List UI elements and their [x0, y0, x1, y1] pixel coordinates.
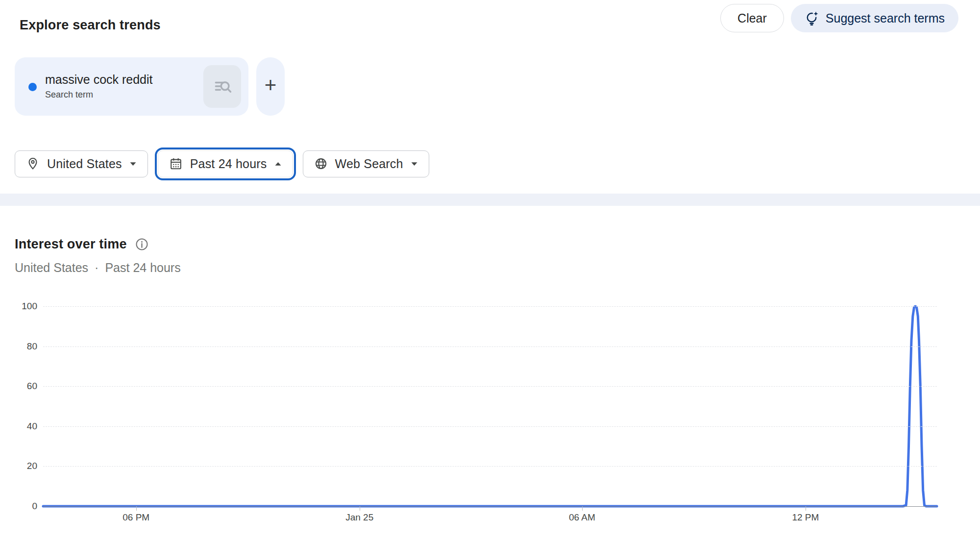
trends-explore-page: Explore search trends Clear Suggest sear… [0, 0, 980, 543]
chart-subtitle: United States · Past 24 hours [15, 261, 181, 275]
subtitle-location: United States [15, 261, 88, 275]
gridline-60 [43, 386, 937, 387]
chevron-down-icon [411, 162, 418, 166]
clear-button[interactable]: Clear [720, 4, 784, 32]
filter-search-type-button[interactable]: Web Search [303, 150, 429, 177]
x-axis-label: Jan 25 [345, 512, 373, 523]
filters-row: United States Past 24 hours [15, 147, 429, 180]
interest-over-time-chart: 020406080100 06 PMJan 2506 AM12 PM [15, 301, 937, 531]
subtitle-separator: · [95, 261, 98, 275]
page-title: Explore search trends [20, 18, 161, 33]
series-color-dot [28, 83, 37, 91]
y-axis-label-100: 100 [15, 301, 37, 312]
calendar-icon [169, 157, 183, 171]
y-axis-label-40: 40 [15, 421, 37, 432]
gridline-80 [43, 346, 937, 347]
plus-icon: + [265, 75, 277, 96]
top-actions: Clear Suggest search terms [720, 4, 958, 32]
filter-geo-button[interactable]: United States [15, 150, 148, 177]
filter-time-label: Past 24 hours [190, 157, 267, 171]
trend-line [43, 306, 937, 506]
add-term-button[interactable]: + [256, 57, 285, 116]
location-pin-icon [26, 157, 40, 171]
info-icon[interactable] [135, 237, 149, 251]
y-axis-label-80: 80 [15, 341, 37, 352]
globe-icon [314, 157, 328, 171]
term-texts: massive cock reddit Search term [45, 73, 153, 100]
chevron-up-icon [274, 162, 282, 166]
suggest-search-terms-button[interactable]: Suggest search terms [791, 4, 958, 32]
plot-area[interactable]: 06 PMJan 2506 AM12 PM [43, 306, 937, 506]
filter-search-type-label: Web Search [335, 157, 403, 171]
interest-over-time-title: Interest over time [15, 237, 127, 252]
chevron-down-icon [129, 162, 137, 166]
search-list-icon-button[interactable] [203, 65, 241, 108]
term-label: massive cock reddit [45, 73, 153, 87]
search-list-icon [212, 76, 233, 97]
x-axis-label: 12 PM [792, 512, 819, 523]
y-axis-label-20: 20 [15, 461, 37, 471]
y-axis-label-0: 0 [15, 501, 37, 512]
filter-time-active-ring: Past 24 hours [155, 148, 296, 180]
gridline-20 [43, 466, 937, 467]
section-divider-band [0, 194, 980, 206]
search-term-chip[interactable]: massive cock reddit Search term [15, 57, 248, 116]
suggest-button-label: Suggest search terms [826, 11, 945, 25]
subtitle-time-range: Past 24 hours [105, 261, 180, 275]
x-tick-mark [582, 506, 583, 511]
y-axis: 020406080100 [15, 306, 37, 506]
x-axis-label: 06 PM [122, 512, 149, 523]
y-axis-label-60: 60 [15, 381, 37, 392]
filter-geo-label: United States [47, 157, 122, 171]
x-axis-label: 06 AM [569, 512, 595, 523]
gridline-100 [43, 306, 937, 307]
x-tick-mark [360, 506, 360, 511]
gridline-40 [43, 426, 937, 427]
x-tick-mark [806, 506, 806, 511]
term-type-label: Search term [45, 90, 153, 100]
x-tick-mark [136, 506, 137, 511]
filter-time-button[interactable]: Past 24 hours [158, 150, 293, 177]
terms-row: massive cock reddit Search term + [15, 57, 285, 116]
x-axis-baseline [43, 506, 937, 507]
lightbulb-spark-icon [805, 11, 819, 25]
